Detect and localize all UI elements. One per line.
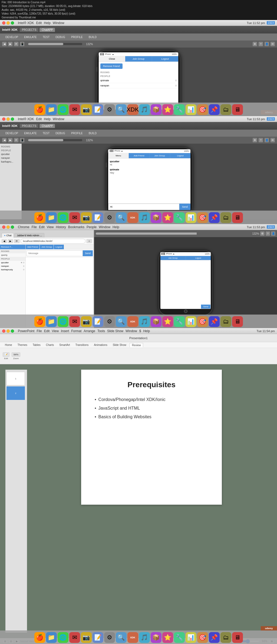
remove-friend-btn-1[interactable]: Remove Friend <box>100 63 123 69</box>
dock2-app3[interactable]: 🌐 <box>58 212 68 223</box>
ribbon-tab-animations[interactable]: Animations <box>92 343 109 347</box>
xdk-tab-projects-1[interactable]: PROJECTS <box>20 28 38 32</box>
toolbar-icon-1b[interactable]: ▶ <box>8 42 12 46</box>
menu-window-2[interactable]: Window <box>53 117 64 121</box>
chrome-tab-2[interactable]: Jabber'd Web Admin ... <box>14 233 44 238</box>
dock-app9-1[interactable]: 🗂 <box>220 104 231 115</box>
menu-edit-1[interactable]: Edit <box>36 21 42 25</box>
dock4-app6[interactable]: 📝 <box>93 632 103 643</box>
dock3-app8[interactable]: 🔍 <box>116 316 127 327</box>
nav-build-2[interactable]: BUILD <box>86 131 99 136</box>
dock2-app15[interactable]: 🎯 <box>197 212 208 223</box>
dock3-app14[interactable]: 📊 <box>186 316 196 327</box>
ppt-arrange-menu[interactable]: Arrange <box>84 329 95 333</box>
toolbar-r3-user[interactable]: 👤 <box>271 231 275 236</box>
dock-app3-1[interactable]: 📦 <box>151 104 161 115</box>
dock2-app11[interactable]: 📦 <box>151 212 161 223</box>
dock4-app10[interactable]: 🎵 <box>139 632 150 643</box>
ribbon-tab-smartart[interactable]: SmartArt <box>57 343 72 347</box>
dock3-app1[interactable]: 🍎 <box>34 316 45 327</box>
toolbar-icon-1e[interactable]: ⚙ <box>253 42 257 46</box>
menu-xdk-1[interactable]: Intel® XDK <box>18 21 34 25</box>
maximize-button-3[interactable] <box>11 225 14 229</box>
dock3-app13[interactable]: 🔧 <box>174 316 185 327</box>
toolbar-icon-1f[interactable]: ? <box>259 42 263 46</box>
chrome-window-menu[interactable]: Window <box>99 225 110 229</box>
dock2-app8[interactable]: 🔍 <box>116 212 127 223</box>
dock3-app3[interactable]: 🌐 <box>58 316 68 327</box>
dock-mail-1[interactable]: ✉ <box>69 104 80 115</box>
dock4-app14[interactable]: 📊 <box>186 632 196 643</box>
dock4-app7[interactable]: ⚙ <box>104 632 115 643</box>
xdk-tab-chatapp-1[interactable]: ChatAPP <box>39 28 55 32</box>
dock3-app5[interactable]: 📷 <box>81 316 92 327</box>
dock4-app13[interactable]: 🔧 <box>174 632 185 643</box>
dock-app7-1[interactable]: 🎯 <box>197 104 208 115</box>
dock2-app18[interactable]: 🖥 <box>232 212 243 223</box>
dock3-app17[interactable]: 🗂 <box>220 316 231 327</box>
ribbon-btn-1[interactable]: 📝 <box>3 352 9 357</box>
ribbon-tab-home[interactable]: Home <box>3 343 14 347</box>
dock4-xdk[interactable]: XDK <box>127 632 138 643</box>
dock-xdk-1[interactable]: XDK <box>127 104 138 115</box>
toolbar2-icon-2h[interactable]: ✉ <box>271 138 275 142</box>
dock-photo-1[interactable]: 📷 <box>81 104 92 115</box>
minimize-button-1[interactable] <box>6 21 10 25</box>
menu-window-1[interactable]: Window <box>53 21 64 25</box>
dock-app5-1[interactable]: 🔧 <box>174 104 185 115</box>
ppt-insert-menu[interactable]: Insert <box>61 329 69 333</box>
url-input-3[interactable] <box>21 239 85 244</box>
menu-help-2[interactable]: Help <box>44 117 51 121</box>
logout-btn-r3[interactable]: Logout <box>186 256 211 260</box>
dock3-app16[interactable]: 📌 <box>209 316 220 327</box>
nav-debug-1[interactable]: DEBUG <box>53 35 68 39</box>
dock-folder-1[interactable]: 📁 <box>46 104 57 115</box>
toolbar-r3-settings[interactable]: ⚙ <box>260 231 265 236</box>
toolbar2-icon-2e[interactable]: ⚙ <box>253 138 257 142</box>
dock4-app1[interactable]: 🍎 <box>34 632 45 643</box>
join-group-btn-3[interactable]: Join Group <box>40 245 54 249</box>
forward-btn-3[interactable]: ▶ <box>8 239 13 243</box>
slide-thumb-1[interactable]: 1 <box>6 372 25 385</box>
slide-thumb-2[interactable]: 2 <box>6 386 25 400</box>
dock3-xdk[interactable]: XDK <box>127 316 138 327</box>
dock3-app7[interactable]: ⚙ <box>104 316 115 327</box>
ribbon-tab-tables[interactable]: Tables <box>31 343 43 347</box>
dock-search-1[interactable]: 🔍 <box>116 104 127 115</box>
dock3-app11[interactable]: 📦 <box>151 316 161 327</box>
minimize-button-4[interactable] <box>6 329 10 333</box>
refresh-btn-3[interactable]: ⟳ <box>14 239 19 243</box>
dock2-app2[interactable]: 📁 <box>46 212 57 223</box>
dock2-app10[interactable]: 🎵 <box>139 212 150 223</box>
dock-app4-1[interactable]: ⭐ <box>162 104 173 115</box>
star-btn-3[interactable]: ☆ <box>87 239 92 243</box>
ppt-view-menu[interactable]: View <box>52 329 59 333</box>
nav-emulate-2[interactable]: EMULATE <box>21 131 39 136</box>
toolbar2-icon-2g[interactable]: 👤 <box>265 138 269 142</box>
maximize-button-4[interactable] <box>11 329 14 333</box>
dock-settings-1[interactable]: ⚙ <box>104 104 115 115</box>
nav-develop-1[interactable]: DEVELOP <box>3 35 21 39</box>
dock2-app16[interactable]: 📌 <box>209 212 220 223</box>
nav-debug-2[interactable]: DEBUG <box>53 131 68 136</box>
dock4-app18[interactable]: 🖥 <box>232 632 243 643</box>
ppt-file-menu[interactable]: File <box>37 329 42 333</box>
toolbar-r3-help[interactable]: ? <box>266 231 270 236</box>
chrome-view-menu[interactable]: View <box>47 225 54 229</box>
xdk-tab-chatapp-2[interactable]: ChatAPP <box>39 124 55 128</box>
ppt-slideshow-menu[interactable]: Slide Show <box>107 329 123 333</box>
dock2-app17[interactable]: 🗂 <box>220 212 231 223</box>
logout-btn-2[interactable]: Logout <box>170 153 190 158</box>
ppt-window-menu[interactable]: Window <box>126 329 137 333</box>
nav-emulate-1[interactable]: EMULATE <box>21 35 39 39</box>
dock3-app6[interactable]: 📝 <box>93 316 103 327</box>
nav-test-2[interactable]: TEST <box>40 131 52 136</box>
close-button-4[interactable] <box>2 329 5 333</box>
dock3-app12[interactable]: ⭐ <box>162 316 173 327</box>
ribbon-tab-slideshow[interactable]: Slide Show <box>111 343 128 347</box>
dock4-app17[interactable]: 🗂 <box>220 632 231 643</box>
send-btn-2[interactable]: Send <box>179 204 190 208</box>
dock2-app4[interactable]: ✉ <box>69 212 80 223</box>
maximize-button-1[interactable] <box>11 21 14 25</box>
dock2-xdk[interactable]: XDK <box>127 212 138 223</box>
